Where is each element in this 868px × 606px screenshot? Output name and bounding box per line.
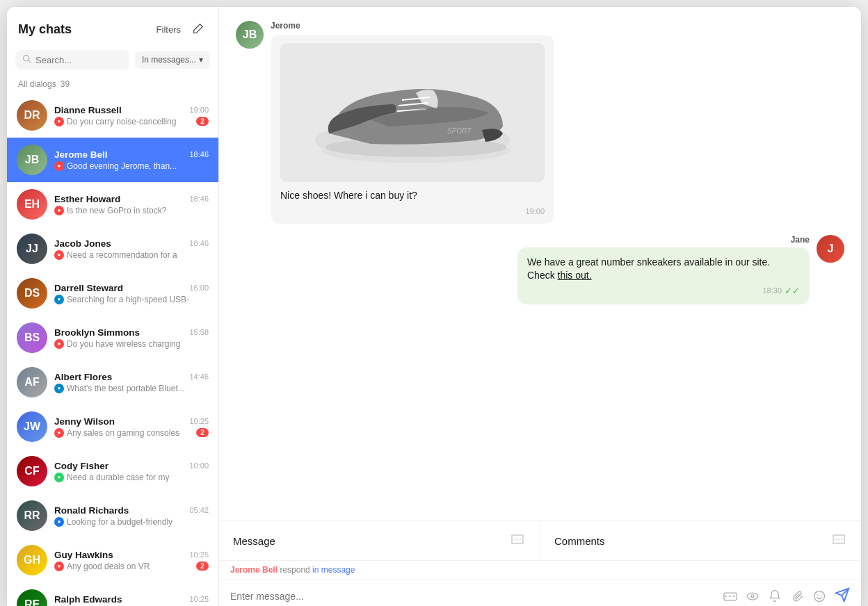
quick-action-comments[interactable]: Comments [540, 521, 861, 560]
chat-item-ronald[interactable]: RR Ronald Richards 05:42 ● Looking for a… [7, 493, 218, 538]
chat-list: DR Dianne Russell 19:00 ● Do you carry n… [7, 93, 218, 606]
chevron-down-icon: ▾ [199, 55, 203, 65]
svg-point-14 [838, 539, 839, 540]
svg-point-12 [520, 539, 521, 540]
chat-item-jacob[interactable]: JJ Jacob Jones 18:46 ● Need a recommenda… [7, 227, 218, 271]
svg-point-18 [751, 595, 754, 598]
platform-icon: ● [54, 206, 64, 215]
chat-name: Jerome Bell [54, 149, 108, 160]
search-input[interactable] [35, 55, 122, 65]
typing-indicator-button[interactable] [723, 589, 737, 603]
chat-time: 05:42 [189, 506, 209, 514]
compose-icon [191, 23, 204, 35]
chat-item-esther[interactable]: EH Esther Howard 18:46 ● Is the new GoPr… [7, 182, 218, 227]
chat-main: JB Jerome [219, 7, 861, 606]
incoming-message-bubble: Jerome [271, 21, 554, 224]
search-input-wrap [15, 50, 129, 69]
chat-item-albert[interactable]: AF Albert Flores 14:46 ● What's the best… [7, 360, 218, 404]
chat-item-cody[interactable]: CF Cody Fisher 10:00 ● Need a durable ca… [7, 449, 218, 493]
chat-item-darrell[interactable]: DS Darrell Steward 16:00 ● Searching for… [7, 271, 218, 316]
quick-action-icon [830, 532, 847, 549]
chat-avatar: DS [17, 278, 47, 309]
sidebar-title: My chats [18, 22, 72, 37]
all-dialogs-label: All dialogs [18, 79, 56, 89]
platform-icon: ● [54, 250, 64, 260]
chat-name: Jenny Wilson [54, 416, 115, 427]
filters-button[interactable]: Filters [156, 24, 181, 35]
chat-item-jerome[interactable]: JB Jerome Bell 18:46 ● Good evening Jero… [7, 138, 218, 182]
unread-badge: 2 [196, 117, 209, 126]
in-messages-button[interactable]: In messages... ▾ [135, 51, 210, 69]
sidebar-header: My chats Filters [7, 7, 218, 46]
unread-badge: 2 [196, 562, 209, 571]
chat-meta: Albert Flores 14:46 [54, 372, 209, 382]
outgoing-message-row: J Jane We have a great number snkeakers … [236, 235, 844, 304]
chat-avatar: AF [17, 367, 47, 398]
quick-action-message[interactable]: Message [219, 521, 540, 560]
chat-item-dianne[interactable]: DR Dianne Russell 19:00 ● Do you carry n… [7, 93, 218, 138]
chat-item-jenny[interactable]: JW Jenny Wilson 10:25 ● Any sales on gam… [7, 404, 218, 449]
attachment-button[interactable] [790, 589, 804, 603]
chat-avatar: GH [17, 545, 47, 575]
chat-item-ralph[interactable]: RE Ralph Edwards 10:25 ● 2 [7, 582, 218, 606]
chat-info: Dianne Russell 19:00 ● Do you carry nois… [54, 105, 209, 126]
svg-point-10 [514, 539, 515, 540]
message-sender-name: Jerome [271, 21, 554, 31]
chat-name: Dianne Russell [54, 105, 122, 115]
chat-name: Jacob Jones [54, 238, 111, 249]
svg-point-21 [821, 595, 822, 596]
chat-preview-wrap: ● Need a recommendation for a [54, 250, 209, 260]
all-dialogs-bar: All dialogs 39 [7, 76, 218, 93]
reply-link[interactable]: in message [312, 565, 355, 575]
outgoing-message-bubble-wrap: Jane We have a great number snkeakers av… [517, 235, 810, 304]
chat-preview: Is the new GoPro in stock? [67, 206, 166, 215]
shoe-image: SPORT [280, 43, 545, 182]
sidebar: My chats Filters In messages... ▾ [7, 7, 219, 606]
message-text: Nice shoes! Where i can buy it? [280, 189, 545, 203]
input-area [219, 580, 861, 606]
platform-icon: ● [54, 161, 64, 171]
chat-info: Esther Howard 18:46 ● Is the new GoPro i… [54, 194, 209, 215]
chat-info: Cody Fisher 10:00 ● Need a durable case … [54, 461, 209, 482]
chat-time: 18:46 [189, 150, 209, 158]
svg-point-19 [814, 591, 825, 602]
compose-button[interactable] [188, 19, 207, 39]
chat-meta: Dianne Russell 19:00 [54, 105, 209, 115]
chat-preview: Need a durable case for my [67, 473, 169, 482]
chat-meta: Darrell Steward 16:00 [54, 283, 209, 293]
chat-item-guy[interactable]: GH Guy Hawkins 10:25 ● Any good deals on… [7, 538, 218, 582]
svg-point-13 [835, 539, 837, 540]
message-input[interactable] [230, 587, 716, 606]
chat-preview: Looking for a budget-friendly [67, 517, 172, 527]
search-area: In messages... ▾ [7, 46, 218, 76]
outgoing-link[interactable]: this out. [558, 270, 592, 281]
chat-info: Jenny Wilson 10:25 ● Any sales on gaming… [54, 416, 209, 438]
chat-meta: Esther Howard 18:46 [54, 194, 209, 204]
emoji-button[interactable] [812, 589, 826, 603]
bell-icon [768, 589, 782, 603]
reply-sender-name: Jerome Bell [230, 565, 278, 575]
outgoing-sender-name: Jane [517, 235, 810, 245]
incoming-message-row: JB Jerome [236, 21, 844, 224]
chat-time: 14:46 [189, 372, 209, 381]
chat-preview: Do you carry noise-cancelling [67, 117, 176, 126]
chat-meta: Ronald Richards 05:42 [54, 505, 209, 516]
svg-point-0 [24, 56, 29, 61]
bell-button[interactable] [768, 589, 782, 603]
chat-body: JB Jerome [219, 7, 861, 521]
platform-icon: ● [54, 117, 64, 126]
chat-item-brooklyn[interactable]: BS Brooklyn Simmons 15:58 ● Do you have … [7, 316, 218, 360]
chat-info: Ronald Richards 05:42 ● Looking for a bu… [54, 505, 209, 527]
chat-preview-wrap: ● Is the new GoPro in stock? [54, 206, 209, 215]
chat-name: Brooklyn Simmons [54, 327, 140, 338]
chat-time: 18:46 [189, 239, 209, 247]
chat-info: Jacob Jones 18:46 ● Need a recommendatio… [54, 238, 209, 260]
outgoing-avatar: J [817, 235, 844, 263]
platform-icon: ● [54, 562, 64, 571]
chat-info: Guy Hawkins 10:25 ● Any good deals on VR… [54, 550, 209, 571]
chat-name: Ralph Edwards [54, 594, 122, 605]
chat-avatar: JW [17, 411, 47, 442]
quick-actions: Message Comments [219, 521, 861, 561]
eye-button[interactable] [746, 589, 760, 603]
send-button[interactable] [835, 587, 850, 606]
